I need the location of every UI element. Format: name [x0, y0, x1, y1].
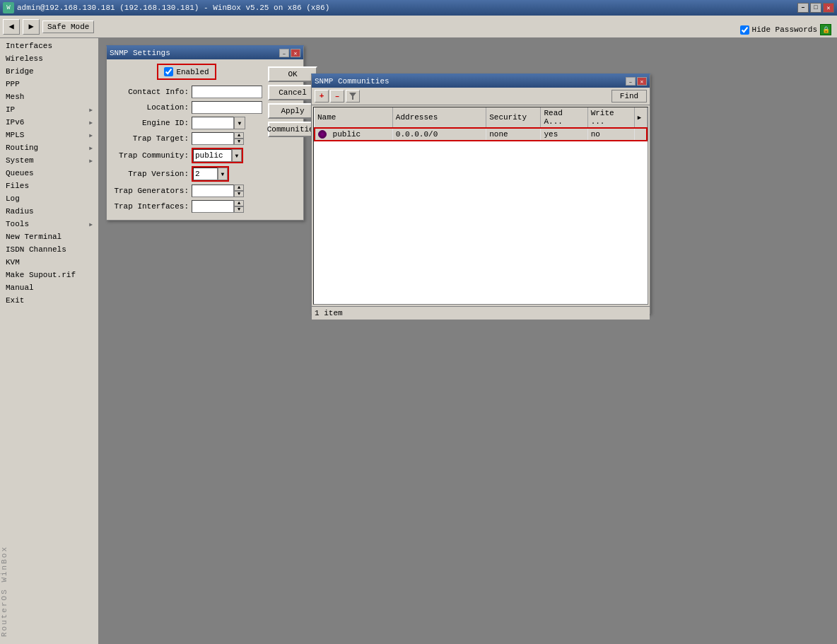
sidebar-item-mesh[interactable]: Mesh — [0, 90, 98, 103]
snmp-communities-title-bar: SNMP Communities – ✕ — [312, 75, 650, 88]
title-bar: W admin@192.168.130.181 (192.168.130.181… — [0, 0, 837, 16]
sidebar-item-routing[interactable]: Routing ▶ — [0, 141, 98, 154]
trap-version-input[interactable]: 2 — [193, 168, 218, 180]
community-name-cell: public — [315, 128, 392, 141]
col-scroll: ▶ — [634, 107, 647, 128]
snmp-settings-close-button[interactable]: ✕ — [291, 49, 300, 57]
snmp-communities-title-buttons: – ✕ — [626, 77, 647, 86]
communities-status: 1 item — [312, 306, 650, 320]
sidebar-item-manual[interactable]: Manual — [0, 281, 98, 294]
col-write-access: Write ... — [587, 107, 634, 128]
engine-id-input[interactable] — [192, 117, 234, 129]
window-title: admin@192.168.130.181 (192.168.130.181) … — [17, 4, 329, 12]
trap-interfaces-row: Trap Interfaces: ▲ ▼ — [111, 200, 262, 213]
contact-info-input[interactable] — [192, 86, 262, 98]
sidebar-item-radius[interactable]: Radius — [0, 205, 98, 218]
enabled-checkbox[interactable] — [164, 67, 173, 76]
table-row[interactable]: public 0.0.0.0/0 none yes no — [315, 128, 647, 141]
sidebar-item-wireless[interactable]: Wireless — [0, 52, 98, 65]
trap-generators-input[interactable] — [192, 185, 234, 197]
trap-community-dropdown-button[interactable]: ▼ — [232, 149, 242, 162]
sidebar: Interfaces Wireless Bridge PPP Mesh IP ▶… — [0, 38, 99, 644]
sidebar-item-bridge[interactable]: Bridge — [0, 65, 98, 78]
trap-community-input[interactable]: public — [193, 149, 232, 162]
location-input[interactable] — [192, 101, 262, 114]
communities-button[interactable]: Communities — [268, 122, 317, 137]
find-button[interactable]: Find — [611, 90, 647, 103]
trap-community-row: Trap Community: public ▼ — [111, 148, 262, 163]
hide-passwords-area: Hide Passwords 🔒 — [740, 24, 831, 35]
col-name: Name — [315, 107, 392, 128]
trap-interfaces-down-button[interactable]: ▼ — [234, 206, 244, 213]
apply-button[interactable]: Apply — [268, 103, 317, 119]
trap-target-down-button[interactable]: ▼ — [234, 139, 244, 145]
sidebar-item-isdn[interactable]: ISDN Channels — [0, 243, 98, 256]
sidebar-item-system[interactable]: System ▶ — [0, 154, 98, 167]
filter-button[interactable] — [346, 90, 360, 103]
lock-icon: 🔒 — [820, 24, 831, 35]
snmp-communities-close-button[interactable]: ✕ — [637, 77, 647, 86]
tools-arrow-icon: ▶ — [89, 221, 93, 228]
sidebar-item-exit[interactable]: Exit — [0, 294, 98, 307]
communities-table-container: Name Addresses Security Read A... Write … — [313, 107, 648, 305]
ok-button[interactable]: OK — [268, 66, 317, 82]
community-extra-cell — [634, 128, 647, 141]
sidebar-item-ip[interactable]: IP ▶ — [0, 103, 98, 116]
community-name: public — [333, 130, 361, 139]
trap-version-select-area: 2 ▼ — [192, 166, 229, 182]
sidebar-item-ipv6[interactable]: IPv6 ▶ — [0, 116, 98, 129]
filter-icon — [349, 92, 357, 100]
minimize-button[interactable]: – — [797, 3, 809, 13]
maximize-button[interactable]: □ — [810, 3, 821, 13]
trap-interfaces-input[interactable] — [192, 200, 234, 213]
system-arrow-icon: ▶ — [89, 158, 93, 164]
sidebar-item-new-terminal[interactable]: New Terminal — [0, 230, 98, 243]
app-icon: W — [3, 2, 14, 13]
back-button[interactable]: ◀ — [3, 19, 20, 35]
trap-generators-spinner: ▲ ▼ — [234, 185, 244, 197]
trap-version-dropdown-button[interactable]: ▼ — [218, 168, 228, 180]
sidebar-item-files[interactable]: Files — [0, 180, 98, 192]
community-addresses-cell: 0.0.0.0/0 — [392, 128, 486, 141]
snmp-settings-title: SNMP Settings — [110, 49, 170, 57]
trap-community-select-area: public ▼ — [192, 148, 243, 163]
trap-generators-up-button[interactable]: ▲ — [234, 185, 244, 191]
sidebar-item-mpls[interactable]: MPLS ▶ — [0, 129, 98, 141]
sidebar-item-supout[interactable]: Make Supout.rif — [0, 269, 98, 281]
snmp-communities-minimize-button[interactable]: – — [626, 77, 636, 86]
sidebar-item-ppp[interactable]: PPP — [0, 78, 98, 90]
hide-passwords-checkbox[interactable] — [740, 25, 749, 35]
trap-target-row: Trap Target: ▲ ▼ — [111, 132, 262, 145]
trap-generators-down-button[interactable]: ▼ — [234, 191, 244, 197]
trap-target-label: Trap Target: — [111, 134, 189, 143]
sidebar-item-kvm[interactable]: KVM — [0, 256, 98, 269]
cancel-button[interactable]: Cancel — [268, 85, 317, 100]
contact-info-row: Contact Info: — [111, 86, 262, 98]
col-security: Security — [486, 107, 541, 128]
location-label: Location: — [111, 103, 189, 112]
ipv6-arrow-icon: ▶ — [89, 119, 93, 126]
close-button[interactable]: ✕ — [823, 3, 834, 13]
trap-target-spinner: ▲ ▼ — [234, 132, 244, 145]
add-community-button[interactable]: + — [315, 90, 329, 103]
trap-version-label: Trap Version: — [111, 170, 189, 178]
sidebar-item-tools[interactable]: Tools ▶ — [0, 218, 98, 230]
trap-target-input[interactable] — [192, 132, 234, 145]
engine-id-dropdown-button[interactable]: ▼ — [234, 117, 245, 129]
forward-button[interactable]: ▶ — [23, 19, 40, 35]
toolbar: ◀ ▶ Safe Mode Hide Passwords 🔒 — [0, 16, 837, 38]
safe-mode-button[interactable]: Safe Mode — [42, 21, 94, 33]
snmp-settings-minimize-button[interactable]: – — [279, 49, 289, 57]
trap-interfaces-up-button[interactable]: ▲ — [234, 200, 244, 206]
remove-community-button[interactable]: – — [330, 90, 344, 103]
table-header-row: Name Addresses Security Read A... Write … — [315, 107, 647, 128]
sidebar-item-interfaces[interactable]: Interfaces — [0, 40, 98, 52]
trap-community-label: Trap Community: — [111, 151, 189, 160]
snmp-communities-title: SNMP Communities — [315, 77, 390, 86]
sidebar-item-queues[interactable]: Queues — [0, 167, 98, 180]
community-security-cell: none — [486, 128, 541, 141]
sidebar-item-log[interactable]: Log — [0, 192, 98, 205]
routing-arrow-icon: ▶ — [89, 145, 93, 151]
trap-generators-label: Trap Generators: — [111, 187, 189, 195]
trap-target-up-button[interactable]: ▲ — [234, 132, 244, 139]
